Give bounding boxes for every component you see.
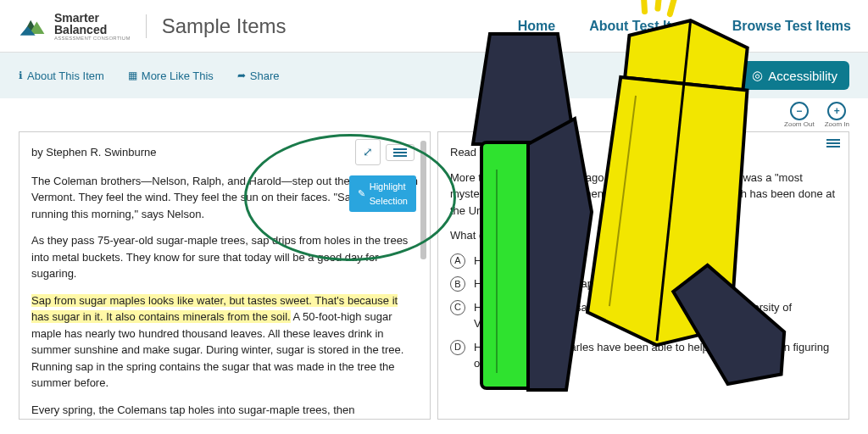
- expand-icon: ⤢: [363, 143, 373, 161]
- passage-scrollbar[interactable]: [420, 141, 426, 259]
- choice-text: He believes the way sap flows helps.: [474, 275, 654, 292]
- logo-subtitle: ASSESSMENT CONSORTIUM: [54, 36, 131, 41]
- answer-choices: AHe believes that noBHe believes the way…: [450, 253, 837, 372]
- content-area: ⤢ ✎ Highlight Selection by Stephen R. Sw…: [0, 131, 868, 420]
- zoom-out-label: Zoom Out: [784, 120, 815, 128]
- logo[interactable]: Smarter Balanced ASSESSMENT CONSORTIUM: [17, 11, 131, 42]
- about-this-item-link[interactable]: ℹ About This Item: [19, 70, 104, 82]
- choice-letter: A: [450, 253, 465, 269]
- accessibility-button[interactable]: ◎ Accessibility: [740, 61, 849, 90]
- zoom-controls: − Zoom Out + Zoom In: [0, 98, 868, 131]
- grid-icon: ▦: [128, 70, 137, 81]
- expand-button[interactable]: ⤢: [355, 139, 381, 165]
- about-this-item-label: About This Item: [27, 70, 104, 82]
- info-icon: ℹ: [19, 70, 23, 81]
- passage-toolbar: ⤢ ✎ Highlight Selection: [355, 139, 415, 165]
- logo-line1: Smarter: [54, 12, 131, 24]
- highlight-selection-popup[interactable]: ✎ Highlight Selection: [349, 175, 416, 212]
- question-pane: Read the sentences More than a hundred y…: [437, 131, 849, 420]
- page-title: Sample Items: [146, 14, 287, 38]
- choice-letter: B: [450, 276, 465, 292]
- logo-icon: [17, 11, 47, 42]
- page-header: Smarter Balanced ASSESSMENT CONSORTIUM S…: [0, 0, 868, 53]
- share-label: Share: [250, 70, 280, 82]
- sub-header: ℹ About This Item ▦ More Like This ➦ Sha…: [0, 53, 868, 98]
- question-intro: Read the sentences: [450, 144, 837, 161]
- question-prompt: What does this paragraph: [450, 227, 837, 244]
- passage-pane: ⤢ ✎ Highlight Selection by Stephen R. Sw…: [19, 131, 431, 420]
- more-like-this-label: More Like This: [142, 70, 214, 82]
- passage-p3: Sap from sugar maples looks like water, …: [31, 292, 418, 392]
- logo-line2: Balanced: [54, 24, 131, 36]
- nav-home[interactable]: Home: [518, 19, 555, 34]
- share-link[interactable]: ➦ Share: [237, 70, 280, 82]
- hamburger-icon: [826, 139, 840, 147]
- more-like-this-link[interactable]: ▦ More Like This: [128, 70, 214, 82]
- accessibility-label: Accessibility: [768, 69, 837, 83]
- logo-text: Smarter Balanced ASSESSMENT CONSORTIUM: [54, 12, 131, 41]
- nav-browse[interactable]: Browse Test Items: [732, 19, 851, 34]
- choice-B[interactable]: BHe believes the way sap flows helps.: [450, 275, 837, 292]
- question-menu-button[interactable]: [826, 139, 840, 147]
- question-stem: More than a hundred years ago, one scien…: [450, 170, 837, 220]
- hamburger-icon: [393, 148, 407, 157]
- pencil-icon: ✎: [358, 186, 365, 201]
- share-icon: ➦: [237, 70, 246, 81]
- choice-C[interactable]: CHe believes the way sap flows has been …: [450, 299, 837, 332]
- choice-text: He believes the way sap flows has been d…: [474, 299, 837, 332]
- zoom-out-button[interactable]: − Zoom Out: [784, 102, 815, 128]
- top-nav: Home About Test Items Browse Test Items: [518, 19, 851, 34]
- zoom-in-icon: +: [827, 102, 846, 120]
- zoom-in-label: Zoom In: [825, 120, 849, 128]
- choice-A[interactable]: AHe believes that no: [450, 253, 837, 270]
- choice-letter: C: [450, 300, 465, 315]
- choice-text: He believes that no: [474, 253, 568, 270]
- passage-p4: Every spring, the Colemans tap holes int…: [31, 402, 418, 419]
- choice-text: He believes that Charles have been able …: [474, 339, 837, 372]
- nav-about[interactable]: About Test Items: [589, 19, 698, 34]
- passage-p2: As they pass 75-year-old sugar-maple tre…: [31, 232, 418, 282]
- choice-letter: D: [450, 340, 465, 355]
- zoom-in-button[interactable]: + Zoom In: [825, 102, 849, 128]
- choice-D[interactable]: DHe believes that Charles have been able…: [450, 339, 837, 372]
- menu-button[interactable]: [386, 144, 415, 161]
- accessibility-icon: ◎: [752, 68, 763, 83]
- zoom-out-icon: −: [790, 102, 809, 120]
- highlight-selection-label: Highlight Selection: [370, 180, 408, 208]
